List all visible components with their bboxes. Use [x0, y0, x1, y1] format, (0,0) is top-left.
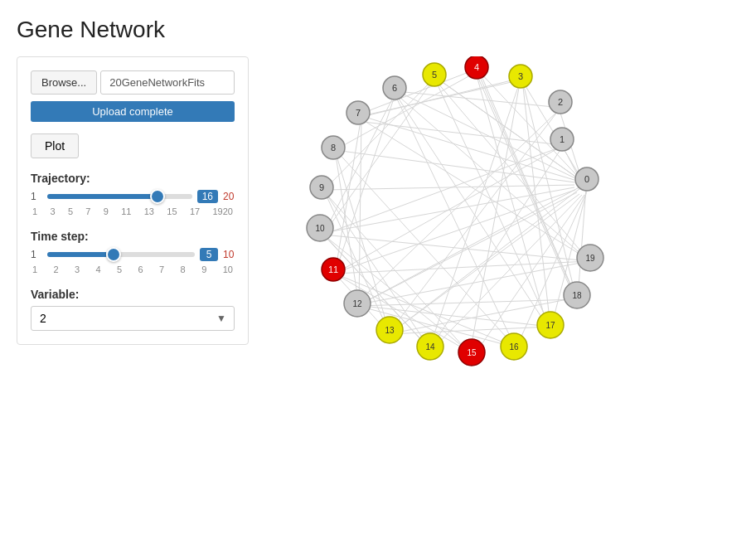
svg-line-59 [522, 80, 550, 327]
trajectory-min: 1 [31, 191, 42, 202]
svg-line-46 [335, 150, 359, 305]
timestep-slider-row: 1 5 10 [31, 246, 235, 263]
timestep-min: 1 [31, 249, 42, 260]
timestep-slider[interactable] [47, 252, 195, 257]
svg-text:19: 19 [585, 254, 595, 263]
svg-line-29 [355, 109, 560, 305]
trajectory-ticks: 1 3 5 7 9 11 13 15 17 1920 [31, 206, 235, 216]
timestep-section: Time step: 1 5 10 1 2 3 4 5 6 7 [31, 230, 235, 274]
svg-text:1: 1 [560, 134, 565, 144]
svg-text:2: 2 [558, 97, 563, 107]
timestep-label: Time step: [31, 230, 235, 243]
trajectory-max: 20 [223, 191, 235, 202]
svg-text:8: 8 [331, 143, 336, 153]
svg-text:4: 4 [474, 62, 479, 72]
svg-line-32 [323, 235, 589, 261]
svg-line-21 [394, 91, 547, 326]
trajectory-section: Trajectory: 1 16 20 1 3 5 7 9 11 13 [31, 172, 235, 216]
app-container: Gene Network Browse... 20GeneNetworkFits… [0, 0, 756, 471]
svg-line-55 [396, 91, 562, 108]
svg-text:15: 15 [467, 348, 477, 357]
svg-line-33 [335, 261, 589, 274]
page-title: Gene Network [17, 17, 739, 43]
svg-text:14: 14 [425, 342, 435, 352]
svg-text:5: 5 [432, 70, 437, 80]
svg-text:18: 18 [572, 291, 582, 300]
svg-text:11: 11 [328, 264, 338, 274]
right-panel: 0 1 2 3 4 5 [249, 56, 723, 454]
svg-line-2 [521, 78, 583, 181]
svg-text:7: 7 [356, 108, 361, 118]
file-upload-row: Browse... 20GeneNetworkFits [31, 70, 235, 95]
svg-text:9: 9 [319, 182, 324, 192]
svg-line-17 [578, 187, 586, 298]
plot-button[interactable]: Plot [31, 133, 79, 158]
network-graph: 0 1 2 3 4 5 [265, 56, 647, 405]
svg-line-65 [394, 92, 516, 348]
trajectory-track [47, 188, 192, 205]
timestep-max: 10 [223, 249, 235, 260]
variable-section: Variable: 1 2 3 4 5 6 7 8 9 10 ▼ [31, 288, 235, 331]
timestep-value: 5 [200, 248, 218, 261]
svg-line-47 [359, 116, 361, 305]
variable-label: Variable: [31, 288, 235, 301]
svg-line-71 [357, 299, 577, 306]
browse-button[interactable]: Browse... [31, 70, 97, 95]
timestep-ticks: 1 2 3 4 5 6 7 8 9 10 [31, 264, 235, 274]
svg-text:3: 3 [518, 71, 523, 81]
svg-text:6: 6 [392, 83, 397, 93]
svg-text:13: 13 [385, 326, 395, 335]
svg-text:10: 10 [315, 224, 325, 233]
trajectory-slider[interactable] [47, 194, 192, 199]
variable-select[interactable]: 1 2 3 4 5 6 7 8 9 10 [31, 306, 235, 331]
filename-display: 20GeneNetworkFits [100, 70, 235, 95]
variable-select-wrapper: 1 2 3 4 5 6 7 8 9 10 ▼ [31, 306, 235, 331]
svg-text:16: 16 [509, 342, 519, 352]
svg-line-34 [355, 261, 589, 305]
trajectory-value: 16 [197, 190, 218, 203]
svg-line-52 [323, 77, 435, 191]
trajectory-slider-row: 1 16 20 [31, 188, 235, 205]
svg-line-20 [356, 121, 562, 145]
timestep-track [47, 246, 195, 263]
left-panel: Browse... 20GeneNetworkFits Upload compl… [17, 56, 249, 345]
svg-text:17: 17 [545, 321, 555, 330]
svg-text:0: 0 [584, 174, 589, 184]
svg-text:12: 12 [352, 299, 362, 308]
trajectory-label: Trajectory: [31, 172, 235, 185]
upload-complete-bar: Upload complete [31, 101, 235, 122]
